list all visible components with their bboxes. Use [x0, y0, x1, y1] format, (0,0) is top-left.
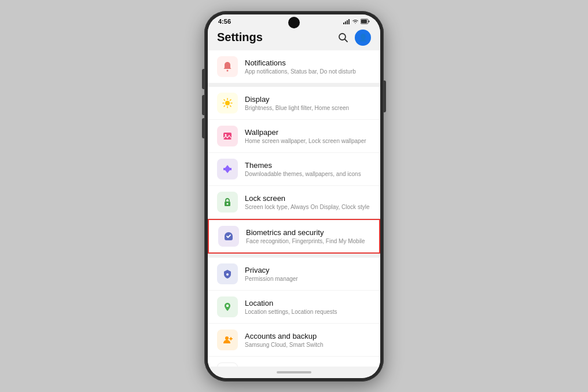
biometrics-subtitle: Face recognition, Fingerprints, Find My … — [246, 238, 370, 244]
svg-point-10 — [225, 101, 230, 105]
lockscreen-subtitle: Screen lock type, Always On Display, Clo… — [245, 204, 371, 210]
biometrics-text: Biometrics and security Face recognition… — [246, 228, 370, 244]
notifications-title: Notifications — [245, 58, 371, 67]
location-icon — [222, 301, 233, 313]
notifications-subtitle: App notifications, Status bar, Do not di… — [245, 68, 371, 75]
svg-rect-0 — [343, 23, 344, 24]
notifications-icon — [222, 61, 233, 72]
privacy-subtitle: Permission manager — [245, 276, 371, 282]
status-bar: 4:56 — [208, 14, 380, 26]
svg-rect-6 — [361, 20, 367, 23]
display-icon — [222, 97, 233, 109]
display-title: Display — [245, 95, 371, 104]
accounts-text: Accounts and backup Samsung Cloud, Smart… — [245, 332, 371, 348]
signal-icon — [343, 19, 350, 24]
settings-item-wallpaper[interactable]: Wallpaper Home screen wallpaper, Lock sc… — [208, 120, 380, 152]
svg-point-9 — [227, 69, 229, 71]
wifi-icon — [352, 19, 359, 24]
privacy-icon-bg — [217, 263, 238, 284]
lockscreen-icon-bg — [217, 192, 238, 213]
display-subtitle: Brightness, Blue light filter, Home scre… — [245, 105, 371, 111]
battery-icon — [361, 19, 370, 24]
page-title: Settings — [217, 31, 263, 44]
svg-point-24 — [226, 304, 229, 306]
svg-line-15 — [224, 100, 225, 100]
location-subtitle: Location settings, Location requests — [245, 309, 371, 315]
top-bar-actions: 👤 — [337, 30, 371, 46]
notifications-text: Notifications App notifications, Status … — [245, 58, 371, 75]
themes-title: Themes — [245, 161, 371, 170]
svg-point-22 — [227, 203, 229, 204]
svg-line-17 — [224, 105, 225, 106]
svg-rect-3 — [348, 19, 350, 24]
wallpaper-title: Wallpaper — [245, 128, 371, 137]
display-text: Display Brightness, Blue light filter, H… — [245, 95, 371, 111]
google-text: Google Google settings — [245, 365, 371, 367]
privacy-text: Privacy Permission manager — [245, 266, 371, 282]
settings-item-themes[interactable]: Themes Downloadable themes, wallpapers, … — [208, 153, 380, 185]
home-bar — [277, 371, 311, 373]
biometrics-icon — [223, 230, 234, 242]
settings-item-lockscreen[interactable]: Lock screen Screen lock type, Always On … — [208, 186, 380, 218]
display-icon-bg — [217, 93, 238, 113]
svg-line-18 — [230, 100, 231, 100]
themes-subtitle: Downloadable themes, wallpapers, and ico… — [245, 171, 371, 177]
accounts-subtitle: Samsung Cloud, Smart Switch — [245, 342, 371, 348]
svg-rect-19 — [223, 133, 231, 140]
settings-item-privacy[interactable]: Privacy Permission manager — [208, 258, 380, 290]
svg-line-8 — [345, 39, 347, 42]
lockscreen-text: Lock screen Screen lock type, Always On … — [245, 194, 371, 210]
settings-list: Notifications App notifications, Status … — [208, 50, 380, 367]
themes-icon — [222, 163, 233, 175]
avatar-icon: 👤 — [359, 34, 368, 42]
camera-dot — [288, 17, 300, 28]
home-indicator — [208, 367, 380, 378]
accounts-icon-bg — [217, 329, 238, 350]
svg-point-20 — [225, 134, 227, 135]
biometrics-icon-bg — [218, 226, 239, 247]
top-bar: Settings 👤 — [208, 26, 380, 50]
wallpaper-subtitle: Home screen wallpaper, Lock screen wallp… — [245, 138, 371, 144]
themes-text: Themes Downloadable themes, wallpapers, … — [245, 161, 371, 177]
phone-frame: 4:56 — [204, 11, 384, 382]
lockscreen-icon — [222, 196, 233, 208]
accounts-icon — [222, 334, 233, 346]
settings-item-biometrics[interactable]: Biometrics and security Face recognition… — [208, 219, 380, 254]
svg-rect-5 — [369, 20, 370, 22]
svg-point-23 — [226, 273, 229, 276]
settings-item-location[interactable]: Location Location settings, Location req… — [208, 291, 380, 323]
search-icon[interactable] — [337, 32, 349, 43]
settings-item-notifications[interactable]: Notifications App notifications, Status … — [208, 50, 380, 83]
status-time: 4:56 — [218, 18, 231, 25]
settings-item-accounts[interactable]: Accounts and backup Samsung Cloud, Smart… — [208, 324, 380, 356]
phone-screen: 4:56 — [208, 14, 380, 378]
lockscreen-title: Lock screen — [245, 194, 371, 203]
svg-rect-1 — [345, 21, 346, 24]
settings-item-display[interactable]: Display Brightness, Blue light filter, H… — [208, 87, 380, 119]
accounts-title: Accounts and backup — [245, 332, 371, 340]
svg-rect-2 — [347, 20, 348, 24]
wallpaper-icon-bg — [217, 126, 238, 146]
settings-item-google[interactable]: G Google Google settings — [208, 357, 380, 367]
location-text: Location Location settings, Location req… — [245, 299, 371, 315]
location-title: Location — [245, 299, 371, 307]
wallpaper-icon — [222, 130, 233, 142]
wallpaper-text: Wallpaper Home screen wallpaper, Lock sc… — [245, 128, 371, 144]
privacy-title: Privacy — [245, 266, 371, 274]
status-icons — [343, 19, 370, 24]
svg-point-25 — [225, 336, 229, 340]
svg-point-7 — [339, 34, 346, 40]
biometrics-title: Biometrics and security — [246, 228, 370, 237]
location-icon-bg — [217, 296, 238, 317]
google-title: Google — [245, 365, 371, 367]
avatar[interactable]: 👤 — [355, 30, 371, 46]
privacy-icon — [222, 268, 233, 280]
google-icon-bg: G — [217, 362, 238, 367]
notifications-icon-bg — [217, 56, 238, 77]
themes-icon-bg — [217, 159, 238, 179]
svg-line-16 — [230, 105, 231, 106]
